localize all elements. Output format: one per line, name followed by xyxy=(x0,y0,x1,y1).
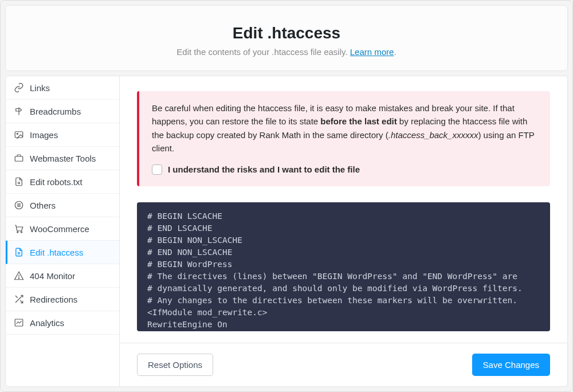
page-title: Edit .htaccess xyxy=(19,24,554,42)
file-lock-icon xyxy=(14,177,24,187)
content-area: Be careful when editing the htaccess fil… xyxy=(120,76,567,343)
sidebar-item-breadcrumbs[interactable]: Breadcrumbs xyxy=(6,100,119,123)
sidebar-item-label: Others xyxy=(30,201,56,210)
list-icon xyxy=(14,200,24,210)
page-header: Edit .htaccess Edit the contents of your… xyxy=(5,5,568,71)
sidebar-item-label: Breadcrumbs xyxy=(30,107,81,116)
main-panel: Be careful when editing the htaccess fil… xyxy=(120,76,568,387)
svg-point-9 xyxy=(21,232,22,233)
save-button[interactable]: Save Changes xyxy=(472,354,550,376)
reset-button[interactable]: Reset Options xyxy=(137,354,213,376)
sidebar-item-label: WooCommerce xyxy=(30,224,89,234)
sidebar-item-links[interactable]: Links xyxy=(6,76,119,100)
htaccess-editor[interactable]: # BEGIN LSCACHE # END LSCACHE # BEGIN NO… xyxy=(137,202,550,331)
page-subtitle: Edit the contents of your .htaccess file… xyxy=(19,47,554,57)
chart-icon xyxy=(14,317,24,328)
consent-label: I understand the risks and I want to edi… xyxy=(168,163,360,176)
shuffle-icon xyxy=(14,294,24,304)
sidebar-item-images[interactable]: Images xyxy=(6,123,119,147)
svg-rect-2 xyxy=(15,156,23,161)
consent-row: I understand the risks and I want to edi… xyxy=(152,163,537,176)
sidebar-item-label: Links xyxy=(30,83,50,93)
sidebar-item-robots[interactable]: Edit robots.txt xyxy=(6,170,119,194)
consent-checkbox[interactable] xyxy=(152,164,162,175)
sidebar-item-label: Edit .htaccess xyxy=(30,248,83,257)
link-icon xyxy=(14,83,24,93)
svg-point-13 xyxy=(18,278,19,279)
warning-box: Be careful when editing the htaccess fil… xyxy=(137,91,550,186)
image-icon xyxy=(14,130,24,140)
sidebar-item-label: Webmaster Tools xyxy=(30,154,96,163)
sidebar-item-redirections[interactable]: Redirections xyxy=(6,288,119,311)
signpost-icon xyxy=(14,106,24,116)
sidebar-item-analytics[interactable]: Analytics xyxy=(6,311,119,335)
sidebar-item-label: Analytics xyxy=(30,318,64,328)
sidebar-item-webmaster[interactable]: Webmaster Tools xyxy=(6,147,119,170)
app-frame: Edit .htaccess Edit the contents of your… xyxy=(0,0,573,392)
sidebar-item-others[interactable]: Others xyxy=(6,194,119,217)
svg-point-8 xyxy=(17,232,18,233)
toolbox-icon xyxy=(14,153,24,163)
cart-icon xyxy=(14,224,24,234)
sidebar-item-label: Edit robots.txt xyxy=(30,177,83,187)
sidebar: Links Breadcrumbs Images Webmaster Tools xyxy=(5,76,120,387)
sidebar-item-woocommerce[interactable]: WooCommerce xyxy=(6,217,119,241)
svg-point-3 xyxy=(18,182,20,184)
body-row: Links Breadcrumbs Images Webmaster Tools xyxy=(5,76,568,387)
sidebar-item-htaccess[interactable]: Edit .htaccess xyxy=(6,241,119,264)
warning-icon xyxy=(14,271,24,281)
file-text-icon xyxy=(14,247,24,257)
warning-text: Be careful when editing the htaccess fil… xyxy=(152,103,535,153)
learn-more-link[interactable]: Learn more xyxy=(350,47,394,57)
sidebar-item-label: 404 Monitor xyxy=(30,271,75,281)
sidebar-item-label: Images xyxy=(30,130,58,140)
footer-actions: Reset Options Save Changes xyxy=(120,343,567,386)
sidebar-item-label: Redirections xyxy=(30,295,77,304)
svg-point-1 xyxy=(17,133,18,134)
sidebar-item-404[interactable]: 404 Monitor xyxy=(6,264,119,288)
